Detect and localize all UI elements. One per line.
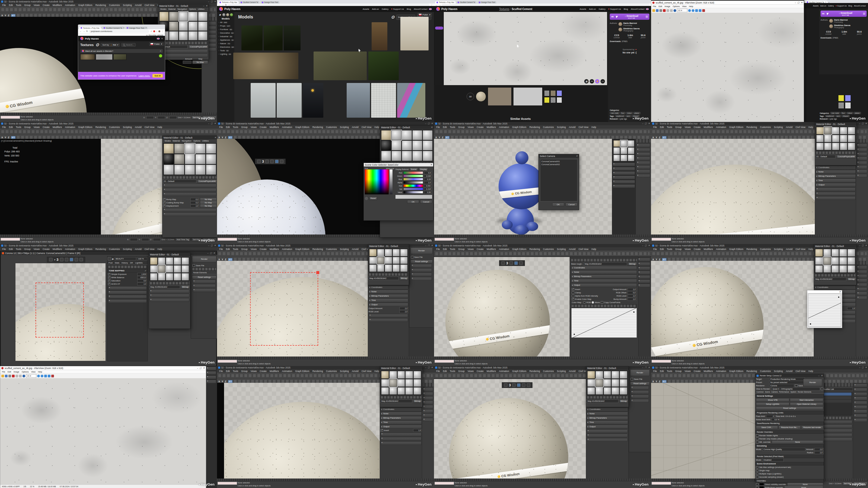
model-thumb-metal-cabinet[interactable] [347,83,370,118]
material-editor-window[interactable]: Material Editor - 01 - Default Map #1459… [380,366,423,407]
bitmap-button[interactable]: Bitmap [413,399,422,403]
save-resume-button[interactable]: Save CXR... [756,426,778,429]
rollout-bar[interactable] [163,188,216,192]
material-swatch[interactable] [839,265,847,273]
close-icon[interactable] [648,244,650,247]
max-menu-item[interactable]: Views [34,4,40,6]
material-editor-title[interactable]: Material Editor - 01 - Default [586,366,628,370]
cg-wisdom-ball[interactable]: CG Wisdom [449,398,568,481]
author-name[interactable]: Dimitrios Savva [623,27,640,30]
material-swatch[interactable] [392,151,401,161]
channel-gradient[interactable] [403,178,423,181]
material-swatch[interactable] [384,249,392,257]
checkbox[interactable] [756,476,758,478]
material-swatch[interactable] [166,265,173,273]
max-menu-item[interactable]: Graph Editors [295,126,309,129]
max-menu-item[interactable]: Rendering [95,4,106,6]
max-menu-item[interactable]: Rendering [529,370,540,372]
irf-menu-item[interactable]: Options [673,5,680,8]
checkbox[interactable] [572,298,574,300]
max-menu-item[interactable]: Tools [667,126,672,129]
material-swatch[interactable] [620,379,627,387]
max-menu-item[interactable]: Create [259,248,267,251]
tag-chip[interactable]: worn [835,115,841,117]
material-swatch[interactable] [206,143,216,154]
rollout-bar[interactable] [854,405,867,409]
model-thumb-dandelions[interactable] [368,52,399,80]
rollout-bar[interactable] [857,292,867,295]
close-icon[interactable] [865,244,867,247]
cut-icon[interactable] [666,9,669,12]
irf-menu-item[interactable]: View [682,5,686,8]
polyhaven-brand[interactable]: Poly Haven [224,7,240,10]
max-menu-item[interactable]: Rendering [312,248,323,251]
bitmap-button[interactable]: Bitmap [847,278,856,281]
delete-icon[interactable] [663,9,665,12]
maximize-icon[interactable] [862,122,864,125]
max-menu-item[interactable]: Scripting [557,126,566,129]
max-menu-item[interactable]: Animation [499,126,509,129]
command-panel[interactable] [422,383,434,481]
max-menu-item[interactable]: Graph Editors [729,370,743,372]
radio-button[interactable] [756,473,758,475]
material-swatch[interactable] [182,273,189,281]
axis-button[interactable]: X [1,136,3,139]
max-menu-item[interactable]: Animation [282,126,292,129]
me-menu-item[interactable]: Material [173,140,180,142]
forward-icon[interactable] [83,30,85,33]
noise-limit-value[interactable]: 0,0 % [771,418,780,421]
max-menu-item[interactable]: Civil View [362,126,372,129]
model-thumb-barrel-planter[interactable] [372,22,388,51]
rollout-header[interactable]: Noise [571,270,637,274]
me-toolbar[interactable] [380,396,422,399]
stop-icon[interactable] [108,257,111,261]
maximize-icon[interactable] [862,244,864,247]
render-setup-tab[interactable]: Render Elements [798,391,811,393]
max-menu-item[interactable]: Customize [326,248,337,251]
material-swatch[interactable] [166,273,173,281]
channel-dropdown[interactable]: BEAUTY [115,257,136,261]
rollout-bar[interactable] [159,50,208,53]
browser-tab[interactable]: Garage Floor Text [477,1,497,3]
max-menu-item[interactable]: Help [808,370,813,372]
save-resume-button[interactable]: Resume from file... [778,426,801,429]
material-swatch[interactable] [400,249,408,257]
maxscript-listener[interactable] [1,238,20,241]
tone-mapping-header[interactable]: TONE MAPPING [109,269,124,272]
axis-button[interactable]: XY [662,136,666,139]
material-editor-title[interactable]: Material Editor - 01 - Default [149,253,190,256]
select-camera-title[interactable]: Select Camera [539,154,579,158]
tab-close-icon[interactable] [123,27,124,29]
rollout-bar[interactable] [816,192,856,195]
material-type-button[interactable]: CoronaPhysicalMtl [197,180,217,183]
timeline[interactable] [434,479,651,481]
material-swatch[interactable] [377,249,384,257]
channel-gradient[interactable] [403,181,423,184]
command-panel-tabs[interactable] [822,383,853,387]
max-menu-item[interactable]: Rendering [746,370,757,372]
max-menu-item[interactable]: Help [157,126,162,129]
rollout-header[interactable]: Noise [380,412,422,416]
rollout-header[interactable]: Bitmap Parameters [587,416,628,420]
nav-item[interactable]: About/Contact [854,5,866,7]
save-resume-button[interactable]: Resume last render [801,426,823,429]
rollout-bar[interactable] [857,170,867,173]
max-menu-item[interactable]: Modifiers [53,126,62,129]
max-menu-item[interactable]: Edit [660,248,664,251]
minimize-icon[interactable] [208,122,209,125]
rollout-bar[interactable] [423,418,433,422]
max-menu-item[interactable]: Views [251,370,257,372]
rollout-bar[interactable] [369,314,408,318]
bitmap-button[interactable]: Bitmap [181,285,190,289]
general-button[interactable]: Reset settings [756,406,823,410]
render-setup-window[interactable]: Render Setup: Corona 12 Render Target:Pr… [755,373,824,482]
max-menu-item[interactable]: Civil View [145,4,155,6]
z-coordinate-field[interactable] [169,116,177,119]
rollout-header[interactable]: Output [380,425,422,429]
command-panel[interactable] [856,139,868,237]
category-item[interactable]: Nature73 [217,42,235,45]
minimize-icon[interactable] [197,367,198,369]
maximize-icon[interactable] [428,122,430,125]
max-menu-item[interactable]: Edit [443,370,447,372]
vfb-tab[interactable]: History [122,262,128,264]
